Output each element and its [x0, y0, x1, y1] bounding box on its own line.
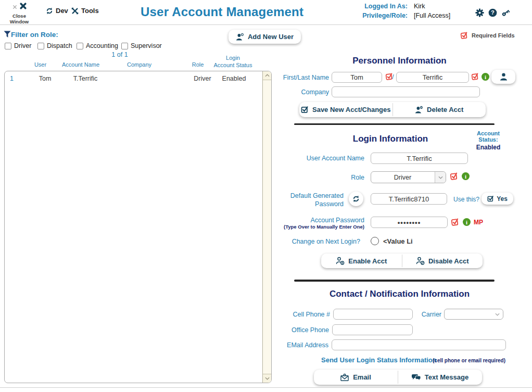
sync-icon [46, 7, 53, 15]
chevron-down-icon [265, 377, 270, 380]
table-scrollbar[interactable] [262, 71, 271, 383]
close-window-button[interactable]: Close Window [3, 2, 35, 24]
close-x-icon [19, 2, 27, 10]
section-divider [294, 280, 495, 282]
email-address-field[interactable] [332, 339, 506, 350]
use-this-yes-button[interactable]: Yes [482, 193, 513, 205]
column-header-user[interactable]: User [21, 61, 60, 69]
login-section-title: Login Information [292, 134, 489, 144]
account-status-value: Enabled [467, 144, 509, 151]
chevron-down-icon [495, 313, 500, 316]
disable-acct-label: Disable Acct [428, 257, 469, 265]
change-next-login-radio[interactable] [371, 237, 379, 245]
info-icon[interactable]: i [463, 218, 471, 226]
personnel-photo-button[interactable] [491, 70, 515, 84]
mp-indicator: MP [474, 219, 483, 226]
regenerate-password-button[interactable] [349, 192, 363, 206]
add-user-icon [236, 33, 244, 41]
row-account-name-cell: T.Terrific [60, 75, 110, 82]
send-login-status-note: (cell phone or email required) [433, 358, 505, 363]
close-window-label: Close Window [3, 13, 35, 24]
dev-label: Dev [56, 7, 68, 15]
chevron-up-icon [265, 74, 270, 77]
last-name-field[interactable] [396, 72, 469, 83]
chevron-down-icon [438, 176, 443, 179]
dispatch-checkbox-box[interactable] [37, 43, 44, 49]
carrier-select-chevron[interactable] [492, 309, 503, 319]
privilege-label: Privilege/Role: [358, 12, 408, 19]
delete-acct-button[interactable]: Delete Acct [393, 102, 486, 117]
send-text-label: Text Message [425, 373, 468, 381]
send-email-label: Email [353, 373, 371, 381]
person-enable-icon [336, 257, 345, 265]
disable-acct-button[interactable]: Disable Acct [402, 254, 483, 268]
refresh-icon [352, 195, 360, 203]
role-select[interactable]: Driver [371, 171, 446, 183]
carrier-label: Carrier [401, 311, 441, 318]
required-check-icon [451, 218, 460, 226]
send-email-button[interactable]: Email [314, 370, 398, 385]
default-password-field[interactable] [371, 193, 447, 205]
person-disable-icon [416, 257, 425, 265]
send-text-button[interactable]: Text Message [398, 370, 482, 385]
required-check-icon [450, 172, 459, 181]
email-text-button-group: Email Text Message [314, 370, 482, 385]
add-new-user-button[interactable]: Add New User [229, 30, 301, 44]
logged-in-row: Logged In As: Kirk [358, 3, 425, 10]
tools-button[interactable]: Tools [71, 7, 99, 15]
checkbox-supervisor[interactable]: Supervisor [121, 42, 162, 49]
row-number-cell: 1 [10, 75, 20, 82]
key-icon[interactable] [501, 8, 510, 17]
column-header-login-status[interactable]: Login Account Status [211, 55, 255, 69]
column-header-account-name[interactable]: Account Name [60, 61, 102, 69]
column-header-company[interactable]: Company [120, 61, 159, 69]
scroll-up-button[interactable] [263, 71, 271, 80]
office-phone-field[interactable] [332, 324, 413, 335]
checkbox-dispatch[interactable]: Dispatch [37, 42, 72, 49]
privilege-value: [Full Access] [414, 12, 450, 19]
supervisor-checkbox-box[interactable] [121, 43, 128, 49]
enable-acct-button[interactable]: Enable Acct [321, 254, 402, 268]
accounting-checkbox-box[interactable] [77, 43, 83, 49]
personnel-section-title: Personnel Information [273, 56, 526, 66]
logged-in-label: Logged In As: [358, 3, 408, 10]
scroll-down-button[interactable] [263, 374, 271, 383]
supervisor-checkbox-label: Supervisor [131, 42, 162, 49]
save-new-acct-button[interactable]: Save New Acct/Changes [299, 102, 392, 117]
filter-on-role-label: Filter on Role: [11, 31, 58, 39]
info-icon[interactable]: i [482, 73, 489, 81]
logged-in-value: Kirk [414, 3, 425, 10]
account-status-block: Account Status: Enabled [467, 130, 509, 151]
delete-acct-label: Delete Acct [427, 106, 463, 113]
checkbox-accounting[interactable]: Accounting [77, 42, 118, 49]
carrier-select[interactable] [444, 309, 503, 320]
required-fields-legend: Required Fields [460, 31, 515, 40]
account-password-sublabel: (Type Over to Manually Enter One) [271, 224, 364, 230]
gear-icon[interactable] [475, 8, 484, 17]
company-field[interactable] [332, 86, 480, 97]
privilege-row: Privilege/Role: [Full Access] [358, 12, 450, 19]
email-address-label: EMail Address [263, 342, 328, 349]
bottom-border [0, 387, 532, 388]
filter-icon [4, 31, 11, 38]
section-divider [294, 123, 495, 125]
default-generated-password-label: Default Generated Password [281, 192, 344, 209]
top-toolbar: Close Window Dev Tools User Account Mana… [0, 0, 532, 25]
enable-acct-label: Enable Acct [348, 257, 387, 265]
role-select-chevron[interactable] [435, 172, 446, 183]
info-icon[interactable]: i [462, 172, 470, 180]
help-icon[interactable] [488, 8, 497, 17]
required-check-icon [460, 31, 468, 40]
table-row[interactable]: 1 Tom T.Terrific Driver Enabled [5, 75, 271, 84]
account-password-field[interactable] [371, 217, 448, 228]
wrench-icon [71, 7, 79, 15]
user-list-table[interactable]: 1 Tom T.Terrific Driver Enabled [4, 71, 272, 383]
driver-checkbox-box[interactable] [5, 43, 11, 49]
pagination-indicator: 1 of 1 [102, 51, 138, 58]
dev-button[interactable]: Dev [46, 7, 68, 15]
user-account-name-field[interactable] [371, 153, 468, 164]
role-select-value: Driver [371, 172, 434, 183]
checkbox-driver[interactable]: Driver [5, 42, 31, 49]
first-name-field[interactable] [332, 72, 382, 83]
row-user-cell: Tom [26, 75, 65, 82]
